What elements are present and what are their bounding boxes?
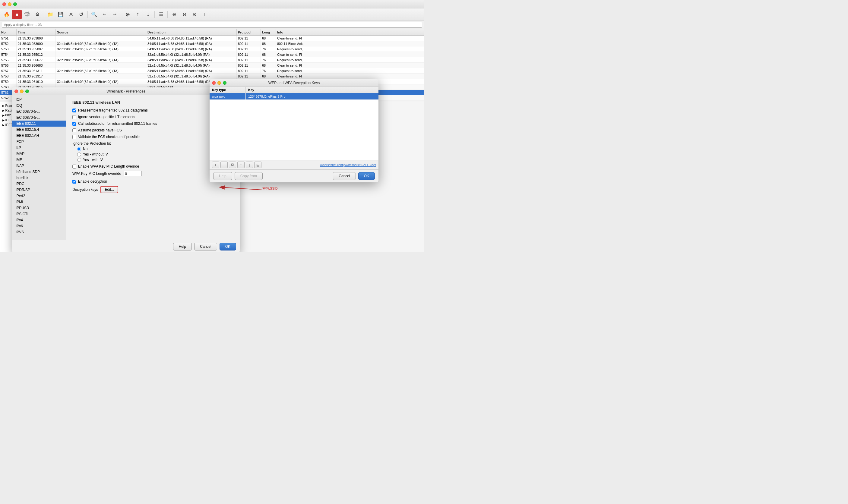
minimize-button[interactable]	[8, 2, 12, 6]
wep-footer-right: Cancel OK	[333, 172, 375, 180]
wep-help-button[interactable]: Help	[213, 172, 232, 180]
wep-window-controls	[212, 81, 227, 85]
packet-row[interactable]: 5758 21:35:33.961317 32:c1:d8:5b:b4:0f (…	[0, 74, 424, 79]
wep-cancel-button[interactable]: Cancel	[333, 172, 356, 180]
pref-help-button[interactable]: Help	[173, 242, 192, 251]
pref-sidebar-item[interactable]: IPDR/SP	[12, 187, 66, 193]
wep-minimize-button[interactable]	[217, 81, 221, 85]
forward-icon[interactable]: →	[110, 10, 119, 19]
checkbox-reassemble-input[interactable]	[72, 109, 76, 112]
pref-sidebar-item[interactable]: iFCP	[12, 139, 66, 145]
packet-row[interactable]: 5755 21:35:33.956677 32:c1:d8:5b:b4:0f (…	[0, 57, 424, 63]
flame-icon[interactable]: 🔥	[2, 10, 12, 19]
pref-sidebar-item[interactable]: IPPUSB	[12, 205, 66, 211]
filter-input[interactable]	[2, 22, 422, 28]
decryption-keys-row: Decryption keys Edit...	[72, 186, 234, 193]
pref-sidebar-item[interactable]: IPSICTL	[12, 211, 66, 217]
pref-sidebar: ICPICQIEC 60870-5-...IEC 60870-5-...IEEE…	[12, 95, 66, 240]
pref-sidebar-item[interactable]: IPv4	[12, 217, 66, 223]
wpa-key-mic-length-input[interactable]	[124, 171, 142, 176]
wep-close-button[interactable]	[212, 81, 216, 85]
up-icon[interactable]: ↑	[133, 10, 143, 19]
settings-icon[interactable]: ⚙	[33, 10, 42, 19]
pref-sidebar-item[interactable]: IPDC	[12, 181, 66, 187]
pref-sidebar-item[interactable]: IEEE 802.1AH	[12, 133, 66, 139]
pref-sidebar-item[interactable]: ICQ	[12, 103, 66, 109]
checkbox-wpa-key-mic-input[interactable]	[72, 165, 76, 168]
sep2	[87, 11, 88, 18]
packet-row[interactable]: 5752 21:35:33.953900 32:c1:d8:5b:b4:0f (…	[0, 41, 424, 47]
pref-close-button[interactable]	[15, 90, 18, 93]
preferences-dialog: Wireshark · Preferences ICPICQIEC 60870-…	[12, 87, 240, 252]
wep-copy-button[interactable]: ⧉	[229, 162, 236, 168]
zoom-reset-icon[interactable]: ⊛	[190, 10, 199, 19]
go-to-icon[interactable]: ⊕	[123, 10, 132, 19]
pref-body: ICPICQIEC 60870-5-...IEC 60870-5-...IEEE…	[12, 95, 240, 240]
pref-sidebar-item[interactable]: IMAP	[12, 151, 66, 157]
wep-up-button[interactable]: ↑	[237, 162, 245, 168]
folder-icon[interactable]: 📁	[46, 10, 55, 19]
pref-sidebar-item[interactable]: ILP	[12, 145, 66, 151]
zoom-in-icon[interactable]: ⊕	[169, 10, 179, 19]
wep-col-header-key: Key	[246, 87, 378, 93]
pref-sidebar-item[interactable]: IPMI	[12, 199, 66, 205]
pref-sidebar-item[interactable]: IPVS	[12, 229, 66, 235]
restart-icon[interactable]: 🦈	[22, 10, 32, 19]
pref-sidebar-item[interactable]: IPv6	[12, 223, 66, 229]
wep-down-button[interactable]: ↓	[246, 162, 253, 168]
pref-minimize-button[interactable]	[20, 90, 23, 93]
checkbox-call-subdissector-input[interactable]	[72, 122, 76, 126]
checkbox-enable-decryption-input[interactable]	[72, 180, 76, 184]
search-icon[interactable]: 🔍	[89, 10, 99, 19]
packet-row[interactable]: 5757 21:35:33.961311 32:c1:d8:5b:b4:0f (…	[0, 68, 424, 74]
checkbox-validate-fcs-input[interactable]	[72, 135, 76, 139]
pref-sidebar-item[interactable]: IEC 60870-5-...	[12, 114, 66, 121]
radio-yes-no-iv-input[interactable]	[77, 152, 81, 157]
pref-ok-button[interactable]: OK	[219, 242, 236, 251]
close-capture-icon[interactable]: ✕	[66, 10, 76, 19]
wep-body: Key type Key wpa-pwd 12345678:OnePlus 9 …	[210, 87, 378, 169]
stop-capture-button[interactable]: ■	[12, 10, 22, 19]
packet-row[interactable]: 5756 21:35:33.956683 32:c1:d8:5b:b4:0f (…	[0, 63, 424, 68]
wep-table-row[interactable]: wpa-pwd 12345678:OnePlus 9 Pro	[210, 93, 378, 100]
wep-copy-from-button[interactable]: Copy from	[235, 172, 263, 180]
pref-cancel-button[interactable]: Cancel	[194, 242, 217, 251]
pref-sidebar-item[interactable]: INAP	[12, 163, 66, 169]
checkbox-reassemble-label: Reassemble fragmented 802.11 datagrams	[78, 108, 148, 112]
pref-sidebar-item[interactable]: ICP	[12, 96, 66, 103]
io-graph-icon[interactable]: ⟂	[200, 10, 210, 19]
checkbox-enable-decryption-label: Enable decryption	[78, 179, 107, 184]
pref-sidebar-item[interactable]: IMF	[12, 157, 66, 163]
close-button[interactable]	[2, 2, 6, 6]
pref-sidebar-item[interactable]: IEEE 802.15.4	[12, 127, 66, 133]
pref-sidebar-item[interactable]: iPerf2	[12, 193, 66, 199]
radio-yes-iv-input[interactable]	[77, 158, 81, 162]
zoom-out-icon[interactable]: ⊖	[179, 10, 189, 19]
save-icon[interactable]: 💾	[56, 10, 66, 19]
pref-sidebar-item[interactable]: Interlink	[12, 175, 66, 181]
wep-remove-button[interactable]: −	[220, 162, 228, 168]
back-icon[interactable]: ←	[100, 10, 109, 19]
wep-maximize-button[interactable]	[223, 81, 227, 85]
pref-sidebar-item[interactable]: IEC 60870-5-...	[12, 109, 66, 114]
pref-sidebar-item[interactable]: IEEE 802.11	[12, 121, 66, 127]
packet-row[interactable]: 5753 21:35:33.955007 32:c1:d8:5b:b4:0f (…	[0, 47, 424, 52]
down-icon[interactable]: ↓	[143, 10, 153, 19]
pref-maximize-button[interactable]	[25, 90, 29, 93]
checkbox-assume-fcs-input[interactable]	[72, 128, 76, 132]
reload-icon[interactable]: ↺	[76, 10, 86, 19]
wep-col-header-type: Key type	[210, 87, 246, 93]
wep-file-link[interactable]: /Users/fanff/.config/wireshark/80211_key…	[320, 163, 376, 167]
checkbox-ignore-vendor-input[interactable]	[72, 115, 76, 119]
colorize-icon[interactable]: ☰	[156, 10, 166, 19]
pref-sidebar-item[interactable]: Infiniband SDP	[12, 169, 66, 175]
wep-ok-button[interactable]: OK	[358, 172, 375, 180]
wep-add-button[interactable]: +	[212, 162, 219, 168]
packet-row[interactable]: 5754 21:35:33.955012 32:c1:d8:5b:b4:0f (…	[0, 52, 424, 57]
maximize-button[interactable]	[13, 2, 17, 6]
packet-row[interactable]: 5751 21:35:33.953898 34:85:11:ad:46:58 (…	[0, 36, 424, 41]
edit-decryption-keys-button[interactable]: Edit...	[101, 186, 118, 193]
sep5	[167, 11, 168, 18]
radio-no-input[interactable]	[77, 147, 81, 151]
wep-import-button[interactable]: ⊞	[254, 162, 262, 168]
